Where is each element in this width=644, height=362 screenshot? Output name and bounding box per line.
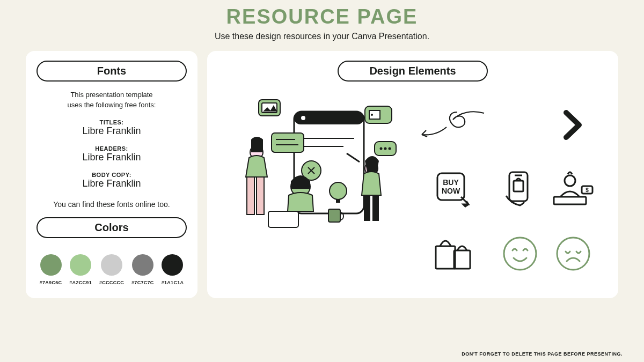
swatch-2: #A2CC91 <box>69 254 92 285</box>
svg-rect-32 <box>509 172 528 201</box>
titles-label: TITLES: <box>35 119 188 125</box>
swatch-1: #7A9C6C <box>40 254 62 285</box>
svg-rect-11 <box>272 133 304 152</box>
swatch-dot-4 <box>132 254 153 276</box>
svg-point-35 <box>565 175 575 186</box>
page-title: RESOURCE PAGE <box>0 5 644 28</box>
svg-rect-27 <box>372 195 379 221</box>
svg-rect-22 <box>257 177 264 215</box>
buy-now-icon: BUY NOW <box>419 160 488 219</box>
footer-note: DON'T FORGET TO DELETE THIS PAGE BEFORE … <box>462 351 623 357</box>
team-design-illustration <box>231 90 408 240</box>
svg-rect-34 <box>514 181 523 191</box>
swatch-3: #CCCCCC <box>99 254 124 285</box>
fonts-panel: Fonts This presentation template uses th… <box>26 51 197 298</box>
swirl-arrow-icon <box>419 95 488 154</box>
headers-label: HEADERS: <box>35 145 188 152</box>
svg-text:NOW: NOW <box>442 187 460 195</box>
shopping-bags-icon <box>419 224 488 283</box>
svg-point-10 <box>371 114 373 116</box>
svg-rect-39 <box>436 246 455 269</box>
color-swatches: #7A9C6C #A2CC91 #CCCCCC #7C7C7C #1A1C1A <box>35 254 188 285</box>
design-elements-heading: Design Elements <box>338 61 488 82</box>
svg-rect-19 <box>328 209 340 222</box>
swatch-4: #7C7C7C <box>131 254 154 285</box>
svg-point-18 <box>330 182 347 200</box>
titles-font: Libre Franklin <box>35 125 188 137</box>
svg-rect-40 <box>454 250 470 269</box>
colors-heading: Colors <box>36 217 187 238</box>
swatch-dot-3 <box>101 254 122 276</box>
svg-point-42 <box>557 238 589 270</box>
swatch-dot-5 <box>162 254 183 276</box>
svg-rect-21 <box>247 177 254 215</box>
body-font: Libre Franklin <box>35 178 188 189</box>
body-label: BODY COPY: <box>35 172 188 178</box>
svg-point-15 <box>380 147 383 150</box>
page-subtitle: Use these design resources in your Canva… <box>0 32 644 41</box>
chevron-right-icon <box>552 95 595 154</box>
svg-rect-36 <box>554 197 586 204</box>
design-elements-panel: Design Elements <box>207 51 618 298</box>
happy-face-icon <box>499 224 541 283</box>
fonts-heading: Fonts <box>36 61 187 82</box>
svg-rect-26 <box>364 195 370 221</box>
fonts-note: You can find these fonts online too. <box>35 200 188 209</box>
fonts-intro: This presentation template uses the foll… <box>35 90 188 110</box>
svg-text:$: $ <box>586 187 589 193</box>
swatch-dot-2 <box>70 254 91 276</box>
headers-font: Libre Franklin <box>35 152 188 163</box>
swatch-5: #1A1C1A <box>162 254 184 285</box>
mobile-shopping-icon <box>499 160 541 219</box>
svg-point-2 <box>301 116 305 120</box>
swatch-dot-1 <box>40 254 62 276</box>
sad-face-icon <box>552 224 595 283</box>
svg-point-17 <box>389 147 391 150</box>
svg-point-16 <box>384 147 387 150</box>
svg-point-41 <box>504 238 536 270</box>
svg-rect-24 <box>268 211 298 227</box>
cashier-icon: $ <box>552 160 595 219</box>
svg-text:BUY: BUY <box>443 178 459 187</box>
